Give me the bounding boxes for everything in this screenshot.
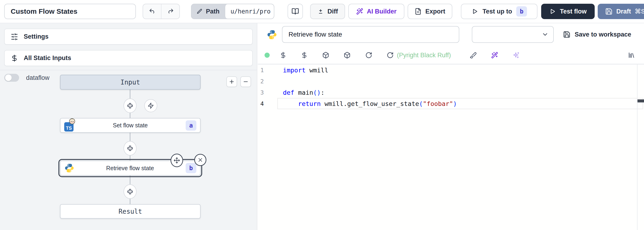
- file-code-icon: [414, 8, 422, 15]
- flow-name-input[interactable]: Custom Flow States: [4, 4, 136, 19]
- toggle-knob: [5, 75, 12, 81]
- ai-wand-icon[interactable]: [491, 52, 498, 59]
- save-to-workspace-button[interactable]: Save to workspace: [562, 26, 632, 43]
- test-flow-label: Test flow: [560, 8, 586, 15]
- add-step-button[interactable]: [124, 98, 136, 113]
- retrieve-flow-state-label: Retrieve flow state: [74, 165, 186, 172]
- plus-circle-icon: [126, 188, 134, 195]
- minus-icon: [243, 79, 249, 85]
- dataflow-toggle[interactable]: [4, 74, 19, 82]
- plus-circle-icon: [126, 145, 134, 152]
- code-editor[interactable]: 1import wmill23def main():4 return wmill…: [258, 64, 644, 230]
- editor-toolbar: (Pyright Black Ruff): [258, 48, 644, 62]
- draft-label: Draft: [616, 8, 631, 15]
- step-name-input[interactable]: Retrieve flow state: [282, 26, 459, 43]
- plus-circle-icon: [126, 102, 134, 109]
- trigger-button[interactable]: [144, 99, 157, 112]
- flow-graph-panel: Settings All Static Inputs dataflow: [0, 23, 257, 230]
- code-line[interactable]: 3def main():: [258, 87, 644, 98]
- line-number: 3: [258, 89, 264, 96]
- overview-ruler-border: [637, 65, 638, 230]
- dataflow-toggle-row: dataflow: [4, 74, 50, 82]
- path-label: Path: [206, 8, 220, 15]
- line-number: 2: [258, 78, 264, 85]
- settings-row[interactable]: Settings: [4, 29, 253, 45]
- diff-button[interactable]: Diff: [310, 4, 345, 19]
- wand-sparkles-icon: [356, 8, 363, 15]
- package-icon[interactable]: [322, 52, 329, 59]
- path-button[interactable]: Path u/henri/pro: [191, 4, 274, 19]
- diff-icon: [317, 8, 324, 15]
- play-icon: [549, 8, 556, 15]
- undo-button[interactable]: [143, 4, 162, 19]
- play-icon: [471, 8, 478, 15]
- book-open-icon: [292, 8, 299, 15]
- code-lines: 1import wmill23def main():4 return wmill…: [258, 65, 644, 109]
- add-step-button[interactable]: [124, 141, 136, 155]
- test-up-to-button[interactable]: Test up to b: [461, 4, 538, 19]
- code-text: def main():: [283, 89, 324, 96]
- zoom-out-button[interactable]: [240, 76, 251, 87]
- draft-save-button[interactable]: Draft ⌘S: [598, 4, 644, 19]
- workspace-script-select[interactable]: [472, 26, 554, 43]
- reload-icon[interactable]: [365, 52, 372, 59]
- result-node-label: Result: [60, 208, 200, 215]
- top-toolbar: Custom Flow States Path u/henri/pro: [0, 0, 644, 23]
- save-icon: [605, 8, 612, 15]
- test-up-to-label: Test up to: [482, 8, 512, 15]
- dataflow-label: dataflow: [26, 74, 50, 82]
- undo-redo-group: [142, 4, 180, 19]
- typescript-bun-icon: TS: [64, 119, 75, 132]
- code-line[interactable]: 1import wmill: [258, 65, 644, 76]
- windmill-flow-editor: Custom Flow States Path u/henri/pro: [0, 0, 644, 230]
- undo-icon: [149, 8, 156, 15]
- code-line[interactable]: 4 return wmill.get_flow_user_state("foob…: [258, 98, 644, 109]
- step-id-badge-a: a: [186, 120, 196, 131]
- dollar-icon[interactable]: [301, 52, 308, 59]
- status-dot: [264, 53, 270, 58]
- export-button[interactable]: Export: [408, 4, 452, 19]
- line-number: 1: [258, 67, 264, 74]
- close-icon: [197, 157, 203, 163]
- pencil-icon: [196, 8, 203, 15]
- path-value[interactable]: u/henri/pro: [225, 4, 274, 19]
- code-line[interactable]: 2: [258, 76, 644, 87]
- code-text: import wmill: [283, 67, 328, 74]
- diff-label: Diff: [328, 8, 338, 15]
- redo-icon: [167, 8, 174, 15]
- code-text: return wmill.get_flow_user_state("foobar…: [283, 100, 457, 107]
- dollar-icon: [11, 55, 18, 62]
- step-id-badge-b: b: [186, 163, 196, 173]
- library-panel-icon[interactable]: [628, 52, 635, 59]
- step-editor-panel: Retrieve flow state Save to workspace: [258, 23, 644, 230]
- code-assistants-label: (Pyright Black Ruff): [397, 52, 451, 59]
- chevron-down-icon: [542, 31, 548, 38]
- add-step-button[interactable]: [124, 184, 136, 199]
- move-step-button[interactable]: [170, 154, 183, 167]
- all-static-inputs-row[interactable]: All Static Inputs: [4, 50, 253, 66]
- dollar-icon[interactable]: [280, 52, 287, 59]
- line-number: 4: [258, 100, 264, 107]
- format-brush-icon[interactable]: [470, 52, 477, 59]
- path-label-segment: Path: [192, 4, 225, 19]
- docs-button[interactable]: [288, 4, 303, 19]
- package-icon[interactable]: [344, 52, 350, 59]
- input-node[interactable]: Input: [60, 75, 200, 90]
- reload-icon[interactable]: [387, 52, 394, 59]
- ai-builder-button[interactable]: AI Builder: [348, 4, 404, 19]
- result-node[interactable]: Result: [60, 204, 200, 218]
- settings-label: Settings: [24, 33, 49, 40]
- redo-button[interactable]: [162, 4, 180, 19]
- delete-step-button[interactable]: [194, 154, 206, 166]
- zoom-in-button[interactable]: [226, 76, 237, 87]
- set-flow-state-node[interactable]: TS Set flow state a: [60, 118, 200, 133]
- zap-icon: [148, 102, 154, 109]
- bun-icon: [69, 118, 76, 125]
- set-flow-state-label: Set flow state: [75, 122, 186, 129]
- save-icon: [563, 31, 570, 38]
- all-static-inputs-label: All Static Inputs: [24, 55, 71, 62]
- python-icon: [64, 163, 74, 173]
- python-icon: [267, 29, 277, 40]
- test-flow-button[interactable]: Test flow: [541, 4, 595, 19]
- sparkles-icon[interactable]: [512, 52, 520, 59]
